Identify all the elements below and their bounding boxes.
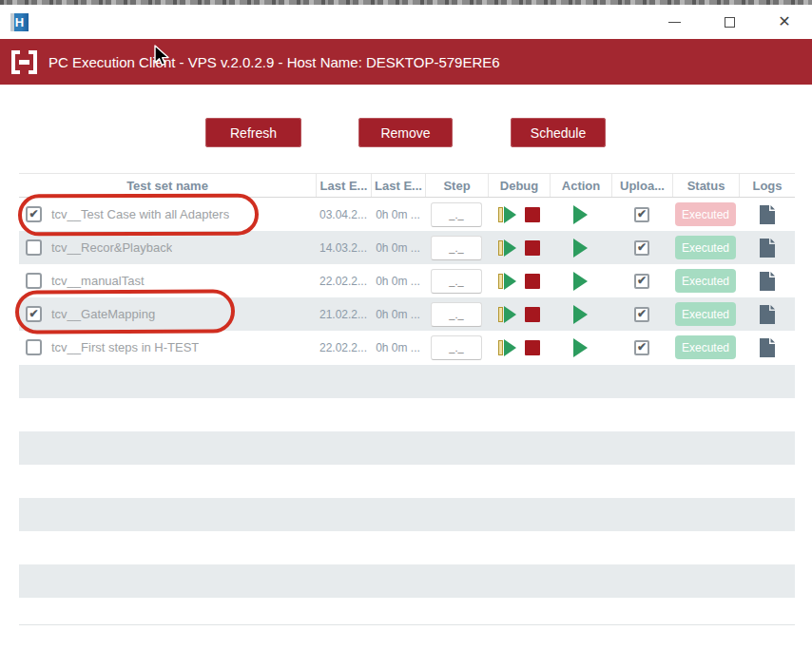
window-titlebar: H ✕ bbox=[0, 5, 812, 39]
upload-checkbox[interactable]: ✔ bbox=[634, 340, 649, 355]
debug-step-play-icon[interactable] bbox=[498, 273, 516, 290]
test-set-name: tcv__manualTast bbox=[51, 274, 145, 288]
table-row: ✔ tcv__GateMapping 21.02.2... 0h 0m ... … bbox=[19, 297, 795, 331]
step-bar-icon bbox=[498, 307, 503, 322]
minimize-button[interactable] bbox=[647, 5, 702, 39]
empty-row bbox=[19, 365, 795, 398]
step-input[interactable] bbox=[431, 335, 482, 360]
last-exec-date: 14.03.2... bbox=[319, 241, 367, 255]
play-triangle-icon bbox=[504, 206, 516, 223]
checkmark-icon: ✔ bbox=[637, 241, 647, 253]
column-header[interactable]: Last E... bbox=[316, 174, 371, 197]
last-exec-date: 22.02.2... bbox=[319, 275, 367, 288]
debug-step-play-icon[interactable] bbox=[498, 339, 516, 356]
refresh-button[interactable]: Refresh bbox=[205, 118, 301, 147]
column-header[interactable]: Status bbox=[672, 174, 739, 197]
last-exec-duration: 0h 0m ... bbox=[376, 341, 420, 354]
app-logo-icon bbox=[11, 50, 37, 74]
logs-document-icon[interactable] bbox=[760, 205, 775, 224]
status-badge: Executed bbox=[675, 269, 736, 293]
empty-rows bbox=[19, 365, 795, 624]
row-select-checkbox[interactable] bbox=[26, 239, 42, 256]
debug-stop-icon[interactable] bbox=[525, 340, 540, 355]
debug-stop-icon[interactable] bbox=[525, 240, 540, 256]
column-header[interactable]: Test set name bbox=[19, 174, 316, 197]
remove-button[interactable]: Remove bbox=[358, 118, 453, 147]
column-header[interactable]: Action bbox=[550, 174, 611, 197]
debug-step-play-icon[interactable] bbox=[498, 306, 516, 323]
status-badge: Executed bbox=[675, 302, 736, 326]
minimize-icon bbox=[668, 22, 681, 23]
step-bar-icon bbox=[498, 240, 503, 256]
debug-step-play-icon[interactable] bbox=[498, 239, 516, 257]
logs-document-icon[interactable] bbox=[760, 272, 775, 291]
table-row: ✔ tcv__Test Case with all Adapters 03.04… bbox=[19, 198, 795, 231]
logs-document-icon[interactable] bbox=[760, 305, 775, 324]
test-set-table: Test set nameLast E...Last E...StepDebug… bbox=[19, 173, 795, 625]
schedule-button[interactable]: Schedule bbox=[511, 118, 606, 147]
table-row: tcv__First steps in H-TEST 22.02.2... 0h… bbox=[19, 331, 795, 364]
step-input[interactable] bbox=[431, 302, 482, 327]
run-play-icon[interactable] bbox=[573, 272, 588, 291]
step-input[interactable] bbox=[431, 269, 482, 294]
run-play-icon[interactable] bbox=[573, 239, 588, 258]
checkmark-icon: ✔ bbox=[29, 308, 38, 319]
play-triangle-icon bbox=[504, 339, 516, 356]
close-button[interactable]: ✕ bbox=[757, 5, 812, 39]
empty-row bbox=[19, 398, 795, 431]
test-set-name: tcv__First steps in H-TEST bbox=[51, 340, 199, 354]
upload-checkbox[interactable]: ✔ bbox=[634, 240, 649, 256]
empty-row bbox=[19, 465, 795, 498]
upload-checkbox[interactable]: ✔ bbox=[634, 207, 649, 222]
debug-stop-icon[interactable] bbox=[525, 307, 540, 322]
maximize-button[interactable] bbox=[702, 5, 757, 39]
test-set-name: tcv__Test Case with all Adapters bbox=[51, 207, 229, 221]
column-header[interactable]: Last E... bbox=[371, 174, 425, 197]
empty-row bbox=[19, 598, 795, 624]
checkmark-icon: ✔ bbox=[637, 308, 647, 319]
row-select-checkbox[interactable]: ✔ bbox=[26, 306, 42, 322]
app-title: PC Execution Client - VPS v.2.0.2.9 - Ho… bbox=[48, 54, 500, 70]
last-exec-date: 03.04.2... bbox=[319, 208, 367, 221]
debug-stop-icon[interactable] bbox=[525, 274, 540, 289]
close-icon: ✕ bbox=[778, 14, 790, 29]
column-header[interactable]: Step bbox=[425, 174, 488, 197]
last-exec-duration: 0h 0m ... bbox=[376, 241, 420, 255]
column-header[interactable]: Uploa... bbox=[611, 174, 672, 197]
upload-checkbox[interactable]: ✔ bbox=[634, 307, 649, 322]
run-play-icon[interactable] bbox=[573, 205, 588, 224]
play-triangle-icon bbox=[504, 239, 516, 257]
app-header-banner: PC Execution Client - VPS v.2.0.2.9 - Ho… bbox=[0, 39, 812, 85]
empty-row bbox=[19, 431, 795, 465]
status-badge: Executed bbox=[675, 202, 736, 226]
column-header[interactable]: Logs bbox=[739, 174, 795, 197]
step-input[interactable] bbox=[431, 236, 482, 260]
empty-row bbox=[19, 531, 795, 564]
test-set-name: tcv__Recor&Playback bbox=[51, 240, 172, 255]
step-bar-icon bbox=[498, 340, 503, 355]
last-exec-duration: 0h 0m ... bbox=[376, 275, 420, 288]
status-badge: Executed bbox=[675, 335, 736, 359]
step-bar-icon bbox=[498, 274, 503, 289]
column-header[interactable]: Debug bbox=[488, 174, 550, 197]
empty-row bbox=[19, 564, 795, 598]
debug-stop-icon[interactable] bbox=[525, 207, 540, 222]
row-select-checkbox[interactable]: ✔ bbox=[26, 206, 42, 222]
maximize-icon bbox=[725, 17, 735, 28]
debug-step-play-icon[interactable] bbox=[498, 206, 516, 223]
table-header: Test set nameLast E...Last E...StepDebug… bbox=[19, 174, 795, 198]
checkmark-icon: ✔ bbox=[637, 275, 647, 286]
checkmark-icon: ✔ bbox=[29, 208, 38, 220]
run-play-icon[interactable] bbox=[573, 305, 588, 324]
upload-checkbox[interactable]: ✔ bbox=[634, 274, 649, 289]
row-select-checkbox[interactable] bbox=[26, 273, 42, 289]
status-badge: Executed bbox=[675, 236, 736, 259]
table-body: ✔ tcv__Test Case with all Adapters 03.04… bbox=[19, 198, 795, 364]
last-exec-date: 21.02.2... bbox=[319, 308, 367, 321]
run-play-icon[interactable] bbox=[573, 338, 588, 357]
row-select-checkbox[interactable] bbox=[26, 339, 42, 355]
logs-document-icon[interactable] bbox=[760, 239, 775, 258]
step-input[interactable] bbox=[431, 202, 482, 227]
checkmark-icon: ✔ bbox=[637, 341, 647, 353]
logs-document-icon[interactable] bbox=[760, 338, 775, 357]
